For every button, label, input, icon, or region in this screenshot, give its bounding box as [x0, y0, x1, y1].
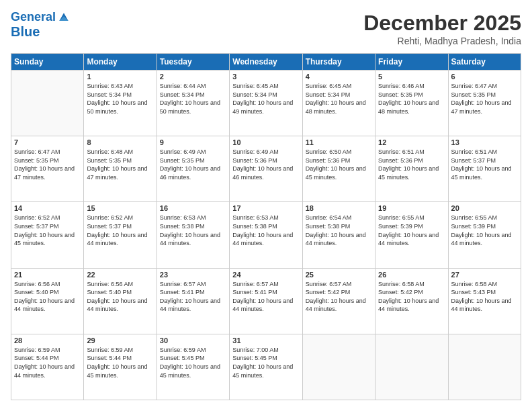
day-info: Sunrise: 6:56 AMSunset: 5:40 PMDaylight:…	[87, 280, 153, 314]
week-row-2: 7 Sunrise: 6:47 AMSunset: 5:35 PMDayligh…	[11, 136, 521, 202]
day-info: Sunrise: 6:46 AMSunset: 5:35 PMDaylight:…	[378, 82, 445, 116]
day-info: Sunrise: 6:57 AMSunset: 5:41 PMDaylight:…	[232, 280, 299, 314]
calendar-cell-w4-d4: 24 Sunrise: 6:57 AMSunset: 5:41 PMDaylig…	[230, 268, 302, 334]
day-number: 19	[378, 204, 445, 212]
day-number: 5	[378, 73, 445, 81]
day-info: Sunrise: 6:55 AMSunset: 5:39 PMDaylight:…	[378, 214, 445, 247]
day-info: Sunrise: 6:51 AMSunset: 5:36 PMDaylight:…	[378, 148, 445, 181]
day-number: 23	[160, 271, 226, 279]
day-info: Sunrise: 6:58 AMSunset: 5:42 PMDaylight:…	[378, 280, 445, 314]
header-saturday: Saturday	[448, 54, 521, 71]
day-info: Sunrise: 6:52 AMSunset: 5:37 PMDaylight:…	[14, 214, 81, 247]
calendar-cell-w1-d1	[11, 71, 84, 136]
calendar-cell-w2-d5: 11 Sunrise: 6:50 AMSunset: 5:36 PMDaylig…	[302, 136, 375, 202]
day-number: 21	[14, 271, 81, 279]
calendar-cell-w3-d4: 17 Sunrise: 6:53 AMSunset: 5:38 PMDaylig…	[230, 202, 302, 268]
calendar-table: Sunday Monday Tuesday Wednesday Thursday…	[11, 53, 521, 400]
day-number: 11	[306, 138, 372, 146]
day-number: 24	[232, 271, 299, 279]
calendar-header-row: Sunday Monday Tuesday Wednesday Thursday…	[11, 54, 521, 71]
day-info: Sunrise: 6:50 AMSunset: 5:36 PMDaylight:…	[306, 148, 372, 181]
day-number: 2	[160, 73, 226, 81]
day-info: Sunrise: 6:53 AMSunset: 5:38 PMDaylight:…	[160, 214, 226, 247]
day-number: 17	[232, 204, 299, 212]
week-row-5: 28 Sunrise: 6:59 AMSunset: 5:44 PMDaylig…	[11, 334, 521, 400]
calendar-cell-w3-d7: 20 Sunrise: 6:55 AMSunset: 5:39 PMDaylig…	[448, 202, 521, 268]
calendar-cell-w5-d1: 28 Sunrise: 6:59 AMSunset: 5:44 PMDaylig…	[11, 334, 84, 400]
week-row-3: 14 Sunrise: 6:52 AMSunset: 5:37 PMDaylig…	[11, 202, 521, 268]
calendar-cell-w4-d6: 26 Sunrise: 6:58 AMSunset: 5:42 PMDaylig…	[375, 268, 448, 334]
calendar-cell-w5-d4: 31 Sunrise: 7:00 AMSunset: 5:45 PMDaylig…	[230, 334, 302, 400]
day-info: Sunrise: 6:56 AMSunset: 5:40 PMDaylight:…	[14, 280, 81, 314]
week-row-4: 21 Sunrise: 6:56 AMSunset: 5:40 PMDaylig…	[11, 268, 521, 334]
logo-text: General	[11, 11, 56, 24]
calendar-cell-w4-d2: 22 Sunrise: 6:56 AMSunset: 5:40 PMDaylig…	[84, 268, 157, 334]
calendar-cell-w4-d1: 21 Sunrise: 6:56 AMSunset: 5:40 PMDaylig…	[11, 268, 84, 334]
calendar-cell-w2-d6: 12 Sunrise: 6:51 AMSunset: 5:36 PMDaylig…	[375, 136, 448, 202]
day-number: 12	[378, 138, 445, 146]
calendar-cell-w3-d6: 19 Sunrise: 6:55 AMSunset: 5:39 PMDaylig…	[375, 202, 448, 268]
calendar-cell-w1-d5: 4 Sunrise: 6:45 AMSunset: 5:34 PMDayligh…	[302, 71, 375, 136]
day-info: Sunrise: 6:52 AMSunset: 5:37 PMDaylight:…	[87, 214, 153, 247]
calendar-cell-w4-d5: 25 Sunrise: 6:57 AMSunset: 5:42 PMDaylig…	[302, 268, 375, 334]
header-tuesday: Tuesday	[157, 54, 229, 71]
title-block: December 2025 Rehti, Madhya Pradesh, Ind…	[363, 11, 521, 46]
day-info: Sunrise: 6:45 AMSunset: 5:34 PMDaylight:…	[306, 82, 372, 116]
day-info: Sunrise: 6:58 AMSunset: 5:43 PMDaylight:…	[451, 280, 518, 314]
day-number: 10	[232, 138, 299, 146]
day-info: Sunrise: 6:54 AMSunset: 5:38 PMDaylight:…	[306, 214, 372, 247]
day-number: 28	[14, 336, 81, 345]
day-number: 25	[306, 271, 372, 279]
calendar-cell-w4-d7: 27 Sunrise: 6:58 AMSunset: 5:43 PMDaylig…	[448, 268, 521, 334]
calendar-cell-w1-d6: 5 Sunrise: 6:46 AMSunset: 5:35 PMDayligh…	[375, 71, 448, 136]
calendar-cell-w5-d3: 30 Sunrise: 6:59 AMSunset: 5:45 PMDaylig…	[157, 334, 229, 400]
day-info: Sunrise: 6:43 AMSunset: 5:34 PMDaylight:…	[87, 82, 153, 116]
calendar-cell-w5-d5	[302, 334, 375, 400]
day-number: 27	[451, 271, 518, 279]
calendar-cell-w3-d2: 15 Sunrise: 6:52 AMSunset: 5:37 PMDaylig…	[84, 202, 157, 268]
day-info: Sunrise: 6:59 AMSunset: 5:44 PMDaylight:…	[87, 346, 153, 379]
day-info: Sunrise: 6:57 AMSunset: 5:42 PMDaylight:…	[306, 280, 372, 314]
calendar-cell-w1-d3: 2 Sunrise: 6:44 AMSunset: 5:34 PMDayligh…	[157, 71, 229, 136]
day-number: 9	[160, 138, 226, 146]
calendar-cell-w1-d2: 1 Sunrise: 6:43 AMSunset: 5:34 PMDayligh…	[84, 71, 157, 136]
day-number: 1	[87, 73, 153, 81]
day-info: Sunrise: 6:57 AMSunset: 5:41 PMDaylight:…	[160, 280, 226, 314]
day-info: Sunrise: 6:53 AMSunset: 5:38 PMDaylight:…	[232, 214, 299, 247]
day-number: 18	[306, 204, 372, 212]
header-friday: Friday	[375, 54, 448, 71]
day-number: 6	[451, 73, 518, 81]
day-number: 4	[306, 73, 372, 81]
day-number: 13	[451, 138, 518, 146]
calendar-cell-w3-d3: 16 Sunrise: 6:53 AMSunset: 5:38 PMDaylig…	[157, 202, 229, 268]
logo: General Blue	[11, 11, 71, 39]
calendar-cell-w2-d3: 9 Sunrise: 6:49 AMSunset: 5:35 PMDayligh…	[157, 136, 229, 202]
calendar-cell-w2-d7: 13 Sunrise: 6:51 AMSunset: 5:37 PMDaylig…	[448, 136, 521, 202]
week-row-1: 1 Sunrise: 6:43 AMSunset: 5:34 PMDayligh…	[11, 71, 521, 136]
day-info: Sunrise: 6:47 AMSunset: 5:35 PMDaylight:…	[14, 148, 81, 181]
location-title: Rehti, Madhya Pradesh, India	[363, 36, 521, 46]
day-number: 16	[160, 204, 226, 212]
header-sunday: Sunday	[11, 54, 84, 71]
page-header: General Blue December 2025 Rehti, Madhya…	[11, 11, 521, 46]
calendar-cell-w4-d3: 23 Sunrise: 6:57 AMSunset: 5:41 PMDaylig…	[157, 268, 229, 334]
day-info: Sunrise: 6:47 AMSunset: 5:35 PMDaylight:…	[451, 82, 518, 116]
day-number: 26	[378, 271, 445, 279]
calendar-cell-w5-d2: 29 Sunrise: 6:59 AMSunset: 5:44 PMDaylig…	[84, 334, 157, 400]
day-info: Sunrise: 6:45 AMSunset: 5:34 PMDaylight:…	[232, 82, 299, 116]
logo-icon	[57, 11, 71, 24]
day-number: 3	[232, 73, 299, 81]
month-title: December 2025	[363, 11, 521, 36]
day-info: Sunrise: 6:51 AMSunset: 5:37 PMDaylight:…	[451, 148, 518, 181]
day-info: Sunrise: 6:48 AMSunset: 5:35 PMDaylight:…	[87, 148, 153, 181]
day-info: Sunrise: 6:55 AMSunset: 5:39 PMDaylight:…	[451, 214, 518, 247]
day-info: Sunrise: 6:49 AMSunset: 5:35 PMDaylight:…	[160, 148, 226, 181]
day-info: Sunrise: 6:49 AMSunset: 5:36 PMDaylight:…	[232, 148, 299, 181]
calendar-cell-w1-d7: 6 Sunrise: 6:47 AMSunset: 5:35 PMDayligh…	[448, 71, 521, 136]
day-info: Sunrise: 6:44 AMSunset: 5:34 PMDaylight:…	[160, 82, 226, 116]
day-info: Sunrise: 6:59 AMSunset: 5:45 PMDaylight:…	[160, 346, 226, 379]
calendar-cell-w2-d1: 7 Sunrise: 6:47 AMSunset: 5:35 PMDayligh…	[11, 136, 84, 202]
day-number: 31	[232, 336, 299, 345]
day-info: Sunrise: 7:00 AMSunset: 5:45 PMDaylight:…	[232, 346, 299, 379]
day-number: 29	[87, 336, 153, 345]
